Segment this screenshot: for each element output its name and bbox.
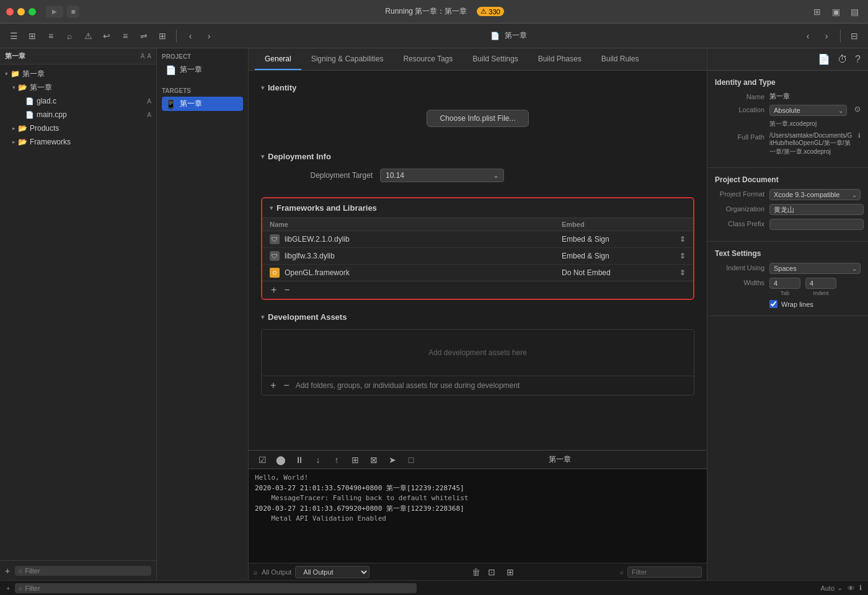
cmt-check-icon[interactable]: ☑ (255, 452, 270, 467)
fw-remove-button[interactable]: − (283, 284, 291, 296)
undo-icon[interactable]: ↩ (99, 29, 114, 43)
tree-group-chapter[interactable]: ▾ 📂 第一章 (0, 81, 156, 94)
console-filter-input[interactable] (627, 566, 702, 578)
targets-section-label: TARGETS (162, 87, 243, 94)
nav-prev[interactable]: ‹ (800, 29, 815, 43)
tab-build-settings[interactable]: Build Settings (463, 48, 528, 70)
rs-class-prefix-input[interactable] (769, 219, 864, 230)
list-icon[interactable]: ≡ (118, 29, 133, 43)
stop-button[interactable]: ■ (67, 6, 79, 18)
console-split-v-icon[interactable]: ⊞ (503, 565, 518, 580)
rs-indent-width-input[interactable] (805, 278, 836, 289)
dev-assets-title: Development Assets (268, 312, 347, 322)
breadcrumb: 📄 第一章 (220, 30, 797, 41)
rs-location-select[interactable]: Absolute (769, 105, 847, 116)
project-root-label: 第一章 (5, 51, 25, 61)
dev-assets-remove-btn[interactable]: − (282, 380, 290, 391)
deployment-target-select[interactable]: 10.14 (380, 169, 504, 182)
console-content: Hello, World! 2020-03-27 21:01:33.570490… (249, 469, 707, 563)
cmt-copy-icon[interactable]: ⊞ (348, 452, 363, 467)
inspector-toggle[interactable]: ⊟ (847, 29, 862, 43)
tree-group-products[interactable]: ▸ 📂 Products (0, 121, 156, 135)
breadcrumb-icon: 📄 (490, 32, 500, 40)
rs-tab-width-wrapper: Tab (769, 278, 800, 296)
warning-badge[interactable]: ⚠ 330 (477, 7, 503, 16)
main-layout: 第一章 A A ▾ 📁 第一章 ▾ 📂 第一章 ▸ 📄 g (0, 48, 868, 580)
filter-input[interactable]: ⌕ Filter (15, 566, 151, 576)
console-bottom: ⌕ All Output All Output 🗑 ⊡ ⊞ ⌕ (249, 563, 707, 580)
status-add-icon[interactable]: + (6, 584, 10, 592)
cmt-send-icon[interactable]: ➤ (385, 452, 400, 467)
tab-signing[interactable]: Signing & Capabilities (301, 48, 394, 70)
close-button[interactable] (6, 8, 14, 15)
fw-embed-stepper-glfw[interactable]: ⇕ (680, 252, 686, 260)
rs-tab-width-input[interactable] (769, 278, 800, 289)
fw-row-glfw[interactable]: 🛡 libglfw.3.3.dylib Embed & Sign ⇕ (262, 248, 693, 265)
fw-name-glew: 🛡 libGLEW.2.1.0.dylib (270, 234, 562, 244)
add-file-btn[interactable]: + (5, 566, 10, 576)
layout-button[interactable]: ▣ (828, 4, 843, 19)
info-plist-button[interactable]: Choose Info.plist File... (427, 110, 528, 127)
rs-wrap-lines-checkbox[interactable] (769, 300, 777, 308)
rs-class-prefix-row: Class Prefix (715, 219, 861, 230)
nav-back[interactable]: ‹ (183, 29, 198, 43)
cmt-pause-icon[interactable]: ⏸ (292, 452, 307, 467)
rs-location-row: Location Absolute ⊙ (715, 105, 861, 116)
rs-project-format-select[interactable]: Xcode 9.3-compatible (769, 189, 861, 200)
tree-item-root[interactable]: ▾ 📁 第一章 (0, 67, 156, 81)
sidebar-toggle[interactable]: ☰ (6, 29, 21, 43)
rs-project-doc: Project Document Project Format Xcode 9.… (707, 168, 868, 242)
tree-group-frameworks[interactable]: ▸ 📂 Frameworks (0, 135, 156, 149)
tab-build-phases[interactable]: Build Phases (528, 48, 591, 70)
warning-icon[interactable]: ⚠ (81, 29, 95, 43)
search-toolbar-icon[interactable]: ⌕ (62, 29, 77, 43)
chevron-right-products: ▸ (12, 125, 16, 131)
cmt-step-over-icon[interactable]: ↑ (329, 452, 344, 467)
rs-org-input[interactable] (769, 204, 864, 215)
cmt-window-icon[interactable]: □ (404, 452, 418, 467)
fw-row-opengl[interactable]: O OpenGL.framework Do Not Embed ⇕ (262, 265, 693, 281)
fw-add-button[interactable]: + (270, 284, 278, 296)
dev-assets-add-btn[interactable]: + (269, 380, 277, 391)
minimize-button[interactable] (17, 8, 25, 15)
split-view-button[interactable]: ⊞ (810, 4, 825, 19)
rs-question-icon[interactable]: ? (855, 54, 861, 65)
editor-icon[interactable]: ≡ (43, 29, 58, 43)
nav-forward[interactable]: › (202, 29, 216, 43)
console-split-icon[interactable]: ⊡ (484, 565, 499, 580)
rs-fullpath-info-icon: ℹ (858, 132, 861, 139)
cmt-dot-icon[interactable]: ⬤ (273, 452, 288, 467)
fw-row-glew[interactable]: 🛡 libGLEW.2.1.0.dylib Embed & Sign ⇕ (262, 231, 693, 248)
rs-indent-using-select[interactable]: Spaces (769, 263, 861, 274)
status-info-icon[interactable]: ℹ (859, 584, 862, 592)
output-label: All Output (262, 568, 291, 576)
tree-item-gladc[interactable]: ▸ 📄 glad.c A (0, 94, 156, 108)
tab-general[interactable]: General (255, 48, 301, 70)
flow-icon[interactable]: ⇌ (136, 29, 151, 43)
tree-item-maincpp[interactable]: ▸ 📄 main.cpp A (0, 108, 156, 121)
cmt-continue-icon[interactable]: ↓ (311, 452, 326, 467)
fw-embed-stepper-opengl[interactable]: ⇕ (680, 268, 686, 277)
console-output-select[interactable]: All Output (295, 566, 370, 578)
layout-alt-button[interactable]: ▤ (847, 4, 862, 19)
play-button[interactable]: ▶ (46, 6, 63, 18)
status-filter-input[interactable]: ⌕ Filter (15, 583, 416, 593)
rs-clock-icon[interactable]: ⏱ (838, 54, 848, 65)
rs-file-icon[interactable]: 📄 (818, 53, 830, 65)
fullscreen-button[interactable] (29, 8, 36, 15)
target-item[interactable]: 📱 第一章 (162, 97, 243, 111)
toolbar: ☰ ⊞ ≡ ⌕ ⚠ ↩ ≡ ⇌ ⊞ ‹ › 📄 第一章 ‹ › ⊟ (0, 24, 868, 48)
filter-label: Filter (25, 567, 40, 575)
project-item[interactable]: 📄 第一章 (162, 63, 243, 77)
nav-next[interactable]: › (819, 29, 834, 43)
grid-icon[interactable]: ⊞ (155, 29, 170, 43)
fw-embed-stepper-glew[interactable]: ⇕ (680, 235, 686, 244)
status-view-icon1[interactable]: 👁 (848, 584, 854, 592)
cmt-share-icon[interactable]: ⊠ (366, 452, 381, 467)
console-trash-icon[interactable]: 🗑 (472, 567, 480, 577)
tab-build-rules[interactable]: Build Rules (591, 48, 649, 70)
identity-section-header: ▾ Identity (261, 83, 694, 92)
deployment-section-header: ▾ Deployment Info (261, 152, 694, 161)
tab-resource-tags[interactable]: Resource Tags (393, 48, 463, 70)
new-file-icon[interactable]: ⊞ (25, 29, 40, 43)
